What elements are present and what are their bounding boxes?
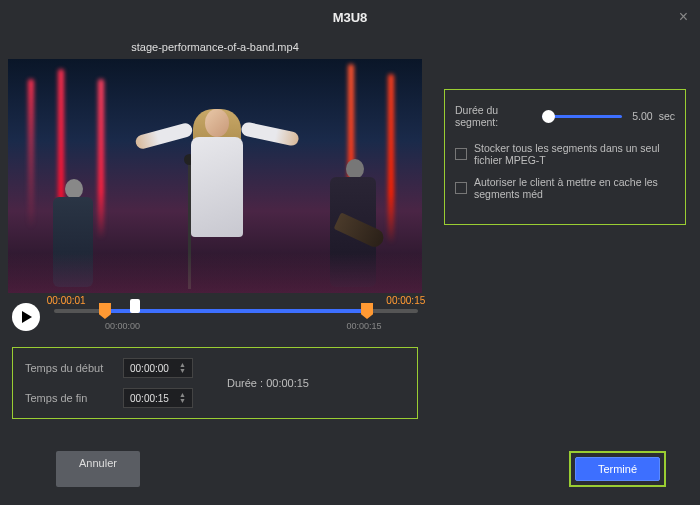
playhead[interactable] [130, 299, 140, 313]
timeline[interactable]: 00:00:01 00:00:15 00:00:00 00:00:15 [54, 301, 418, 333]
allow-cache-label: Autoriser le client à mettre en cache le… [474, 176, 675, 200]
cancel-button[interactable]: Annuler [56, 451, 140, 487]
trim-handle-end[interactable] [361, 303, 373, 319]
segment-duration-value: 5.00 [632, 110, 652, 122]
trim-settings: Temps du début 00:00:00 ▲▼ Temps de fin … [12, 347, 418, 419]
range-end-label: 00:00:15 [386, 295, 425, 306]
play-button[interactable] [12, 303, 40, 331]
video-preview[interactable] [8, 59, 422, 293]
scale-end-label: 00:00:15 [347, 321, 382, 331]
duration-display: Durée : 00:00:15 [227, 377, 309, 389]
stepper-icon[interactable]: ▲▼ [179, 392, 186, 404]
slider-thumb[interactable] [542, 110, 555, 123]
segment-duration-slider[interactable] [542, 115, 622, 118]
stepper-icon[interactable]: ▲▼ [179, 362, 186, 374]
start-time-input[interactable]: 00:00:00 ▲▼ [123, 358, 193, 378]
end-time-label: Temps de fin [25, 392, 113, 404]
right-panel: Durée du segment: 5.00 sec Stocker tous … [430, 35, 700, 455]
timeline-range [105, 309, 367, 313]
m3u8-settings: Durée du segment: 5.00 sec Stocker tous … [444, 89, 686, 225]
scale-start-label: 00:00:00 [105, 321, 140, 331]
range-start-label: 00:00:01 [47, 295, 86, 306]
end-time-input[interactable]: 00:00:15 ▲▼ [123, 388, 193, 408]
start-time-label: Temps du début [25, 362, 113, 374]
dialog-footer: Annuler Terminé [0, 451, 700, 487]
left-panel: stage-performance-of-a-band.mp4 00:00:01… [0, 35, 430, 455]
dialog-title: M3U8 [0, 0, 700, 35]
store-single-checkbox[interactable] [455, 148, 467, 160]
close-button[interactable]: × [679, 8, 688, 26]
segment-duration-unit: sec [659, 110, 675, 122]
main-content: stage-performance-of-a-band.mp4 00:00:01… [0, 35, 700, 455]
segment-duration-label: Durée du segment: [455, 104, 532, 128]
store-single-label: Stocker tous les segments dans un seul f… [474, 142, 675, 166]
done-button[interactable]: Terminé [575, 457, 660, 481]
trim-handle-start[interactable] [99, 303, 111, 319]
player-controls: 00:00:01 00:00:15 00:00:00 00:00:15 [8, 293, 422, 341]
filename-label: stage-performance-of-a-band.mp4 [8, 35, 422, 59]
allow-cache-checkbox[interactable] [455, 182, 467, 194]
